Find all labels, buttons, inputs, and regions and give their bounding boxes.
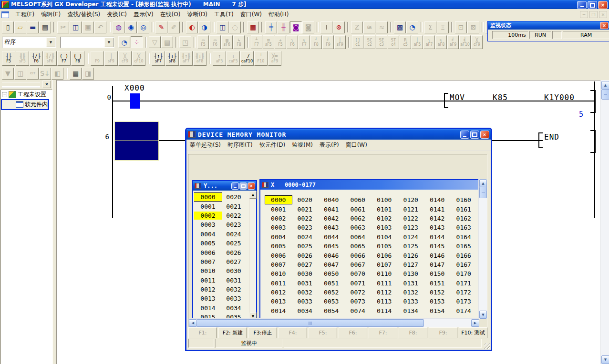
x-device-cell[interactable]: 0125 xyxy=(398,242,424,250)
x-device-cell[interactable]: 0154 xyxy=(424,307,451,315)
y-device-cell[interactable]: 0027 xyxy=(223,258,245,266)
device-tree-display-icon[interactable]: ⁘ xyxy=(131,36,143,48)
x-device-cell[interactable]: 0005 xyxy=(265,242,292,250)
menu-诊断(D)[interactable]: 诊断(D) xyxy=(184,9,211,20)
find-string-icon[interactable]: ◎ xyxy=(137,21,149,33)
x-device-cell[interactable]: 0133 xyxy=(398,297,424,305)
ladder-display-icon[interactable]: ▦ xyxy=(247,21,259,33)
menu-工具(T)[interactable]: 工具(T) xyxy=(211,9,237,20)
x-device-cell[interactable]: 0161 xyxy=(451,205,477,213)
x-device-cell[interactable]: 0071 xyxy=(345,279,372,287)
dmm-scroll-down-button[interactable]: ▼ xyxy=(479,311,487,319)
dmm-hscroll-thumb[interactable] xyxy=(196,319,424,327)
x-device-cell[interactable]: 0114 xyxy=(371,307,398,315)
x-device-cell[interactable]: 0153 xyxy=(424,297,451,305)
combo-dropdown-icon[interactable]: ▼ xyxy=(46,38,55,47)
x-device-cell[interactable]: 0102 xyxy=(371,214,398,222)
x-device-cell[interactable]: 0007 xyxy=(265,261,292,269)
dmm-scroll-up-button[interactable]: ▲ xyxy=(479,179,487,187)
x-device-cell[interactable]: 0165 xyxy=(451,242,477,250)
monitor-mode-icon[interactable]: ◙ xyxy=(290,21,302,33)
x-device-cell[interactable]: 0027 xyxy=(292,261,319,269)
x-device-cell[interactable]: 0024 xyxy=(292,233,319,241)
x-device-cell[interactable]: 0104 xyxy=(371,233,398,241)
open-contact-button[interactable]: ┤├F5 xyxy=(2,51,15,66)
x-device-cell[interactable]: 0170 xyxy=(451,270,477,278)
y-device-cell[interactable]: 0025 xyxy=(223,239,245,247)
invert-result-button[interactable]: ─/caF10 xyxy=(240,51,254,66)
y-device-cell[interactable]: 0013 xyxy=(194,294,222,303)
ladder-vertical-scrollbar[interactable]: ▲ ▼ xyxy=(600,80,609,364)
x-device-cell[interactable]: 0166 xyxy=(451,252,477,260)
x-device-cell[interactable]: 0127 xyxy=(398,261,424,269)
x-device-cell[interactable]: 0003 xyxy=(265,223,292,232)
dmm-menu-软元件(D)[interactable]: 软元件(D) xyxy=(256,140,289,151)
x-device-cell[interactable]: 0030 xyxy=(292,270,319,278)
x-device-cell[interactable]: 0052 xyxy=(318,288,345,296)
dmm-vertical-scrollbar[interactable]: ▲ ▼ xyxy=(478,179,487,319)
x-device-cell[interactable]: 0002 xyxy=(265,214,292,222)
x-device-cell[interactable]: 0070 xyxy=(345,270,372,278)
x-device-cell[interactable]: 0032 xyxy=(292,288,319,296)
y-device-cell[interactable]: 0023 xyxy=(223,221,245,229)
contact-x000-on[interactable] xyxy=(130,93,140,109)
scroll-down-button[interactable]: ▼ xyxy=(601,355,609,364)
x-device-cell[interactable]: 0134 xyxy=(398,307,424,315)
menu-工程(F)[interactable]: 工程(F) xyxy=(12,9,38,20)
x-device-cell[interactable]: 0160 xyxy=(451,196,477,204)
scan-time-icon[interactable]: ◔ xyxy=(406,21,418,33)
scroll-thumb[interactable] xyxy=(601,89,609,100)
read-mode-icon[interactable]: ⊺ xyxy=(320,21,332,33)
y-device-cell[interactable]: 0004 xyxy=(194,230,222,238)
x-device-cell[interactable]: 0064 xyxy=(345,233,372,241)
find-device-icon[interactable]: ◉ xyxy=(125,21,137,33)
y-device-cell[interactable]: 0006 xyxy=(194,249,222,257)
x-device-cell[interactable]: 0113 xyxy=(371,297,398,305)
dmm-close-button[interactable]: × xyxy=(480,131,489,139)
tile-windows-icon[interactable]: ▦ xyxy=(70,68,82,80)
x-device-cell[interactable]: 0012 xyxy=(265,288,292,296)
x-device-cell[interactable]: 0106 xyxy=(371,252,398,260)
x-device-cell[interactable]: 0132 xyxy=(398,288,424,296)
x-device-cell[interactable]: 0123 xyxy=(398,223,424,232)
maximize-button[interactable] xyxy=(588,1,597,9)
mdi-child-system-icon[interactable] xyxy=(1,11,9,18)
dmm-menu-表示(P)[interactable]: 表示(P) xyxy=(316,140,342,151)
open-project-icon[interactable]: ▱ xyxy=(14,21,26,33)
dmm-scroll-left-button[interactable]: ◀ xyxy=(189,319,197,327)
x-device-cell[interactable]: 0103 xyxy=(371,223,398,232)
y-device-cell[interactable]: 0034 xyxy=(223,304,245,312)
instruction-end[interactable]: END xyxy=(544,132,559,142)
y-device-cell[interactable]: 0031 xyxy=(223,276,245,284)
copy-icon[interactable]: ◫ xyxy=(70,21,82,33)
coil-button[interactable]: ( )F7 xyxy=(57,51,71,66)
dmm-scroll-right-button[interactable]: ▶ xyxy=(471,319,479,327)
x-device-cell[interactable]: 0143 xyxy=(424,223,451,232)
x-device-cell[interactable]: 0172 xyxy=(451,288,477,296)
y-scroll-up-button[interactable]: ▲ xyxy=(249,191,257,199)
x-device-cell[interactable]: 0067 xyxy=(345,261,372,269)
dmm-minimize-button[interactable] xyxy=(460,131,469,139)
statement-display-icon[interactable]: ╫ xyxy=(278,21,289,33)
y-device-cell[interactable]: 0032 xyxy=(223,285,245,293)
panel-grip[interactable] xyxy=(2,82,40,86)
y-device-cell[interactable]: 0001 xyxy=(194,202,222,211)
x-device-cell[interactable]: 0050 xyxy=(318,270,345,278)
x-device-cell[interactable]: 0022 xyxy=(292,214,319,222)
x-device-cell[interactable]: 0053 xyxy=(318,297,345,305)
x-device-cell[interactable]: 0126 xyxy=(398,252,424,260)
x-device-cell[interactable]: 0147 xyxy=(424,261,451,269)
x-device-cell[interactable]: 0000 xyxy=(265,196,292,204)
x-device-cell[interactable]: 0174 xyxy=(451,307,477,315)
print-icon[interactable]: ▤ xyxy=(39,21,51,33)
rising-pulse-button[interactable]: ┤↑├sF7 xyxy=(152,51,165,66)
y-maximize-button[interactable] xyxy=(239,182,247,190)
x-device-cell[interactable]: 0074 xyxy=(345,307,372,315)
x-device-cell[interactable]: 0011 xyxy=(265,279,292,287)
x-device-cell[interactable]: 0014 xyxy=(265,307,292,315)
x-device-cell[interactable]: 0025 xyxy=(292,242,319,250)
dmm-menu-菜单起动(S)[interactable]: 菜单起动(S) xyxy=(186,140,224,151)
x-device-cell[interactable]: 0152 xyxy=(424,288,451,296)
fkey-button-F3[interactable]: F3:停止 xyxy=(248,327,277,338)
zoom-program-icon[interactable]: ◑ xyxy=(198,21,210,33)
